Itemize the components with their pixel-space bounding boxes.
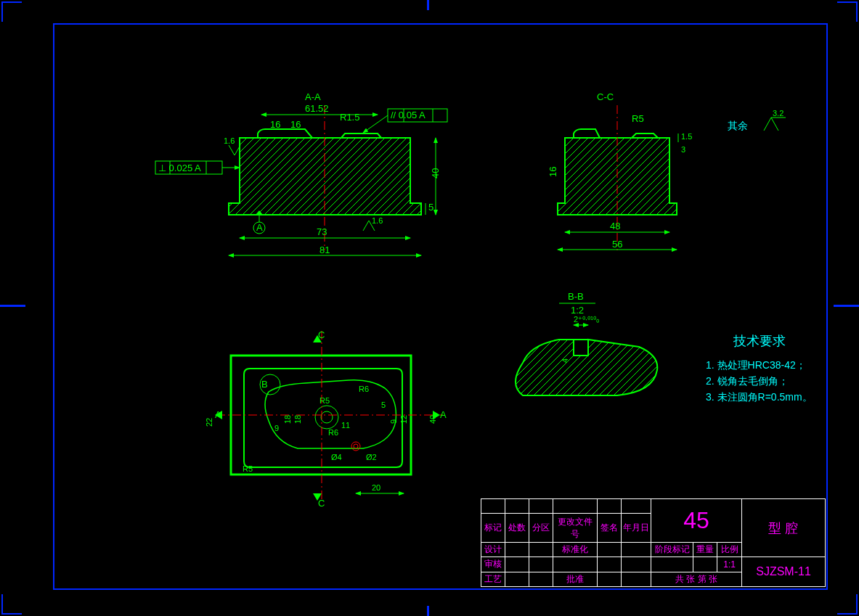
perp-box: ⊥ 0.025 A [158, 163, 201, 173]
dim-bb-4: 4 [561, 358, 569, 363]
dim-r6a: R6 [359, 385, 369, 393]
dim-40: 40 [430, 168, 441, 178]
svg-rect-26 [574, 340, 588, 356]
gdandt-perp: ⊥ 0.025 A [155, 161, 240, 174]
section-a-a: A-A 61.52 16 16 R1.5 // 0.05 A ⊥ 0.025 A… [155, 91, 447, 255]
note-2: 2. 锐角去毛倒角； [706, 375, 789, 387]
dim-r5b: R5 [243, 464, 253, 473]
surface-finish-other: 其余 3.2 [728, 109, 786, 131]
sf-16v: 1.6 [224, 136, 235, 145]
section-c-c: C-C R5 1.5 3 16 48 56 [547, 91, 692, 250]
dim-9b: 9 [389, 419, 398, 424]
section-aa-title: A-A [305, 91, 321, 102]
gdandt-box: // 0.05 A [391, 110, 426, 120]
tb-weight: 重量 [693, 542, 717, 557]
dim-cc-56: 56 [612, 239, 622, 250]
tb-design: 设计 [481, 542, 505, 557]
tb-h5: 签名 [598, 514, 622, 543]
dim-cc-3: 3 [681, 145, 685, 154]
tb-h1: 标记 [481, 514, 505, 543]
dim-bb-tol: 2⁺⁰·⁰¹⁰₀ [574, 315, 600, 324]
note-sf: 3.2 [773, 109, 783, 118]
datum-a-label: A [256, 222, 263, 233]
dim-73: 73 [317, 226, 327, 237]
dim-22: 22 [205, 418, 213, 427]
svg-point-30 [321, 411, 333, 423]
plan-view: C C A A B 22 9 18 18 R5 R6 R6 11 5 Ø4 Ø2… [205, 329, 447, 509]
dim-r6b: R6 [328, 428, 338, 437]
dim-18a: 18 [283, 415, 292, 424]
dim-81: 81 [319, 245, 330, 255]
tb-h3: 分区 [529, 514, 553, 543]
tb-stage: 阶段标记 [651, 542, 693, 557]
notes-title: 技术要求 [733, 334, 786, 348]
tb-scale: 1:1 [717, 557, 742, 572]
dim-5: 5 [381, 401, 386, 409]
svg-point-29 [315, 406, 338, 429]
dim-18b: 18 [293, 415, 302, 424]
sf-16b: 1.6 [372, 216, 383, 225]
sec-a-right: A [440, 409, 447, 420]
title-block: 45 型 腔 标记 处数 分区 更改文件号 签名 年月日 设计 标准化 阶段标记… [481, 498, 826, 587]
section-b-b: B-B 1:2 2⁺⁰·⁰¹⁰₀ 4 [516, 291, 657, 395]
svg-point-32 [354, 444, 358, 448]
tb-h6: 年月日 [622, 514, 651, 543]
tech-notes: 技术要求 1. 热处理HRC38-42； 2. 锐角去毛倒角； 3. 未注圆角R… [706, 334, 813, 403]
tb-sheet: 共 张 第 张 [651, 572, 742, 586]
dim-r5a: R5 [319, 396, 330, 405]
note-3: 3. 未注圆角R=0.5mm。 [706, 391, 813, 403]
section-bb-scale: 1:2 [571, 305, 584, 316]
dim-6152: 61.52 [305, 103, 329, 114]
tb-appr: 批准 [553, 572, 598, 586]
sec-b: B [261, 379, 268, 390]
dim-11: 11 [341, 421, 350, 430]
section-bb-title: B-B [568, 291, 584, 302]
dim-r15: R1.5 [340, 112, 359, 123]
section-cc-title: C-C [597, 91, 614, 102]
dim-20: 20 [372, 483, 380, 492]
tb-code: SJZSM-11 [756, 565, 811, 578]
dim-cc-48: 48 [610, 221, 620, 231]
tb-h2: 处数 [505, 514, 529, 543]
tb-num: 45 [683, 507, 709, 533]
dim-cc-16: 16 [547, 167, 558, 177]
tb-check: 审核 [481, 557, 505, 572]
gdandt-parallel: // 0.05 A [363, 109, 447, 133]
svg-point-31 [351, 442, 360, 451]
note-1: 1. 热处理HRC38-42； [706, 359, 806, 371]
svg-line-7 [363, 115, 388, 133]
dim-5: 5 [428, 202, 433, 213]
tb-std: 标准化 [553, 542, 598, 557]
sec-c-bot: C [318, 498, 325, 509]
dim-phi4: Ø4 [331, 453, 342, 461]
dim-phi2: Ø2 [366, 453, 377, 461]
tb-part: 型 腔 [768, 521, 798, 535]
dim-16a: 16 [270, 119, 280, 130]
note-other: 其余 [728, 120, 748, 131]
tb-scalelbl: 比例 [717, 542, 742, 557]
dim-40p: 40 [428, 415, 437, 424]
dim-cc-r5: R5 [632, 113, 644, 124]
dim-cc-15: 1.5 [681, 132, 692, 141]
dim-16b: 16 [290, 119, 301, 130]
dim-9: 9 [274, 424, 279, 432]
dim-12: 12 [399, 415, 408, 424]
tb-tech: 工艺 [481, 572, 505, 586]
tb-h4: 更改文件号 [553, 514, 598, 543]
